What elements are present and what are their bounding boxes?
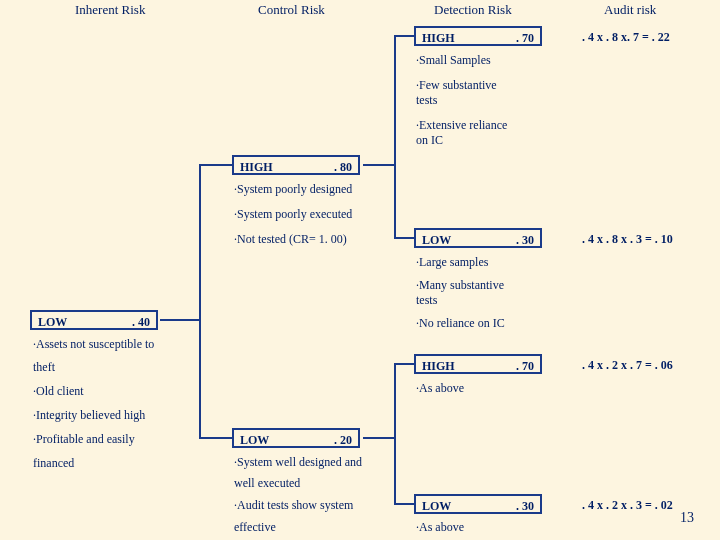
ir-note-5: ·Profitable and easily xyxy=(33,432,135,446)
detection-4-label: LOW xyxy=(422,496,451,516)
dr1-note-2: ·Few substantive xyxy=(416,78,497,92)
header-inherent: Inherent Risk xyxy=(75,2,145,18)
dr1-note-3b: on IC xyxy=(416,133,443,147)
audit-3: . 4 x . 2 x . 7 = . 06 xyxy=(582,358,673,373)
cr-high-note-3: ·Not tested (CR= 1. 00) xyxy=(234,232,347,246)
cr-high-note-1: ·System poorly designed xyxy=(234,182,352,196)
detection-3-value: . 70 xyxy=(516,356,534,376)
control-low-value: . 20 xyxy=(334,430,352,450)
header-audit: Audit risk xyxy=(604,2,656,18)
dr2-note-2b: tests xyxy=(416,293,437,307)
detection-1-label: HIGH xyxy=(422,28,455,48)
audit-1: . 4 x . 8 x. 7 = . 22 xyxy=(582,30,670,45)
ir-note-3: ·Old client xyxy=(33,384,84,398)
control-high-value: . 80 xyxy=(334,157,352,177)
detection-3-label: HIGH xyxy=(422,356,455,376)
detection-2-value: . 30 xyxy=(516,230,534,250)
ir-note-1: ·Assets not susceptible to xyxy=(33,337,154,351)
inherent-low-value: . 40 xyxy=(132,312,150,332)
cr-low-note-3: ·Audit tests show system xyxy=(234,498,353,512)
audit-2: . 4 x . 8 x . 3 = . 10 xyxy=(582,232,673,247)
detection-4-value: . 30 xyxy=(516,496,534,516)
ir-note-2: theft xyxy=(33,360,55,374)
detection-box-2: LOW . 30 xyxy=(414,228,542,248)
dr1-note-1: ·Small Samples xyxy=(416,53,491,67)
audit-4: . 4 x . 2 x . 3 = . 02 xyxy=(582,498,673,513)
cr-low-note-1: ·System well designed and xyxy=(234,455,362,469)
control-low-label: LOW xyxy=(240,430,269,450)
detection-2-label: LOW xyxy=(422,230,451,250)
ir-note-4: ·Integrity believed high xyxy=(33,408,145,422)
ir-note-6: financed xyxy=(33,456,74,470)
cr-low-note-2: well executed xyxy=(234,476,300,490)
detection-box-1: HIGH . 70 xyxy=(414,26,542,46)
cr-high-note-2: ·System poorly executed xyxy=(234,207,352,221)
inherent-low-label: LOW xyxy=(38,312,67,332)
control-high-label: HIGH xyxy=(240,157,273,177)
header-control: Control Risk xyxy=(258,2,325,18)
dr1-note-3: ·Extensive reliance xyxy=(416,118,507,132)
detection-box-4: LOW . 30 xyxy=(414,494,542,514)
dr2-note-3: ·No reliance on IC xyxy=(416,316,505,330)
inherent-box-low: LOW . 40 xyxy=(30,310,158,330)
control-box-high: HIGH . 80 xyxy=(232,155,360,175)
cr-low-note-4: effective xyxy=(234,520,276,534)
detection-box-3: HIGH . 70 xyxy=(414,354,542,374)
control-box-low: LOW . 20 xyxy=(232,428,360,448)
dr4-note-1: ·As above xyxy=(416,520,464,534)
header-detection: Detection Risk xyxy=(434,2,512,18)
detection-1-value: . 70 xyxy=(516,28,534,48)
dr1-note-2b: tests xyxy=(416,93,437,107)
dr2-note-2: ·Many substantive xyxy=(416,278,504,292)
page-number: 13 xyxy=(680,510,694,526)
dr2-note-1: ·Large samples xyxy=(416,255,488,269)
dr3-note-1: ·As above xyxy=(416,381,464,395)
